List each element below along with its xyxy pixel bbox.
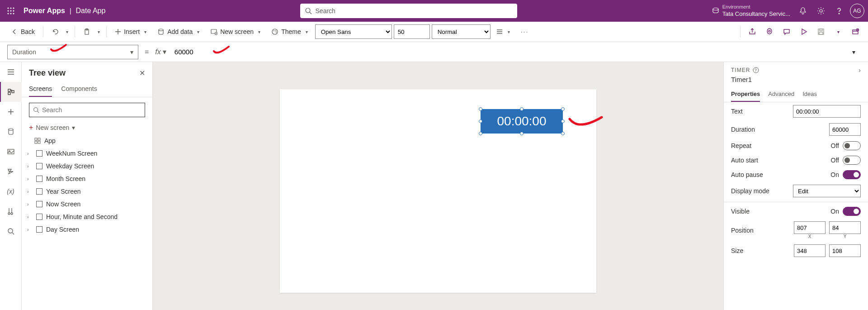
fontsize-input[interactable] [394,24,430,39]
prop-repeat-value: Off [831,142,839,149]
control-name[interactable]: Timer1 [724,76,868,87]
tree-app-node[interactable]: App [22,134,152,147]
prop-autopause-toggle[interactable] [843,170,861,179]
save-icon[interactable] [816,26,826,37]
tree-item[interactable]: ›Hour, Minute and Second [22,210,152,223]
preview-icon[interactable] [798,26,809,37]
share-icon[interactable] [747,26,758,37]
data-icon [157,28,165,35]
svg-point-22 [276,32,277,33]
formula-input[interactable] [171,45,842,59]
rail-search-icon[interactable] [0,221,22,241]
proptab-advanced[interactable]: Advanced [768,87,794,102]
rail-insert-icon[interactable] [0,102,22,122]
proptab-properties[interactable]: Properties [731,87,760,102]
header-search[interactable]: Search [300,4,517,18]
app-checker-icon[interactable] [764,26,775,37]
prop-y-input[interactable] [829,221,861,234]
plus-icon [115,29,121,35]
prop-duration-input[interactable] [829,123,861,136]
new-screen-label: New screen [220,28,254,35]
settings-icon[interactable] [812,2,830,20]
brand-label: Power Apps [24,7,65,15]
svg-point-8 [13,13,14,14]
app-header: Power Apps | Date App Search Environment… [0,0,868,22]
design-canvas[interactable]: 00:00:00 [153,62,723,310]
overflow-button[interactable]: ··· [517,24,533,39]
panel-expand-icon[interactable]: › [859,67,861,74]
new-screen-button[interactable]: New screen ▾ [207,24,266,39]
close-icon[interactable]: ✕ [139,69,145,77]
user-avatar[interactable]: AG [850,4,864,18]
rail-media-icon[interactable] [0,142,22,162]
prop-x-input[interactable] [794,221,826,234]
comments-icon[interactable] [781,26,792,37]
tab-components[interactable]: Components [61,81,97,97]
tree-item[interactable]: ›Year Screen [22,185,152,198]
help-icon[interactable] [830,2,848,20]
prop-visible-toggle[interactable] [843,207,861,216]
tree-search[interactable] [29,103,145,117]
brand-divider: | [70,7,71,14]
header-search-wrap: Search [300,4,517,18]
environment-icon [712,7,720,15]
tree-new-screen[interactable]: + New screen ▾ [22,121,152,134]
paste-chevron[interactable]: ▾ [96,29,102,34]
tree-item[interactable]: ›Month Screen [22,172,152,185]
app-launcher-icon[interactable] [4,4,18,18]
rail-hamburger-icon[interactable] [0,62,22,82]
prop-h-input[interactable] [829,244,861,257]
save-chevron[interactable]: ▾ [833,26,844,37]
prop-repeat-toggle[interactable] [843,141,861,150]
canvas-screen[interactable]: 00:00:00 [280,89,596,293]
prop-displaymode-label: Display mode [731,187,769,195]
env-label: Environment [722,4,790,10]
rail-data-icon[interactable] [0,122,22,142]
formula-bar: Duration ▾ = fx▾ ▾ [0,42,868,62]
rail-variables-icon[interactable]: (x) [0,181,22,201]
search-icon [305,7,312,14]
property-selector[interactable]: Duration ▾ [7,45,138,59]
fontweight-select[interactable]: Normal [432,24,491,39]
svg-point-6 [8,13,9,14]
prop-autostart-value: Off [831,157,839,164]
formula-expand-icon[interactable]: ▾ [846,45,861,59]
publish-icon[interactable] [850,26,861,37]
prop-w-input[interactable] [794,244,826,257]
add-data-button[interactable]: Add data ▾ [154,24,205,39]
tree-item[interactable]: ›Day Screen [22,223,152,236]
back-arrow-icon [11,28,18,35]
undo-chevron[interactable]: ▾ [64,29,70,34]
timer-control[interactable]: 00:00:00 [481,109,563,134]
tree-search-input[interactable] [42,106,141,114]
font-select[interactable]: Open Sans [315,24,392,39]
search-icon [33,107,39,113]
prop-text-input[interactable] [793,105,861,118]
insert-button[interactable]: Insert ▾ [111,24,152,39]
fx-label[interactable]: fx▾ [155,48,166,56]
svg-point-12 [820,10,822,12]
proptab-ideas[interactable]: Ideas [802,87,817,102]
prop-autostart-toggle[interactable] [843,156,861,165]
rail-powerautomate-icon[interactable] [0,162,22,181]
paste-button[interactable] [80,24,94,39]
svg-rect-44 [38,141,40,143]
theme-button[interactable]: Theme ▾ [268,24,313,39]
svg-line-10 [310,12,311,14]
svg-point-21 [275,30,276,31]
tree-app-label: App [44,137,56,144]
prop-displaymode-select[interactable]: Edit [793,185,861,197]
rail-advanced-tools-icon[interactable] [0,201,22,221]
rail-treeview-icon[interactable] [0,82,22,102]
tab-screens[interactable]: Screens [29,81,52,97]
undo-button[interactable] [48,24,62,39]
environment-picker[interactable]: Environment Tata Consultancy Servic... [712,4,790,18]
tree-item[interactable]: ›Weekday Screen [22,160,152,172]
tree-item[interactable]: ›Now Screen [22,198,152,210]
notifications-icon[interactable] [794,2,812,20]
back-button[interactable]: Back [7,24,38,39]
tree-item[interactable]: ›WeekNum Screen [22,147,152,160]
more-formatting-button[interactable]: ▾ [492,24,515,39]
svg-point-20 [274,30,274,31]
info-icon[interactable]: ? [753,67,759,73]
